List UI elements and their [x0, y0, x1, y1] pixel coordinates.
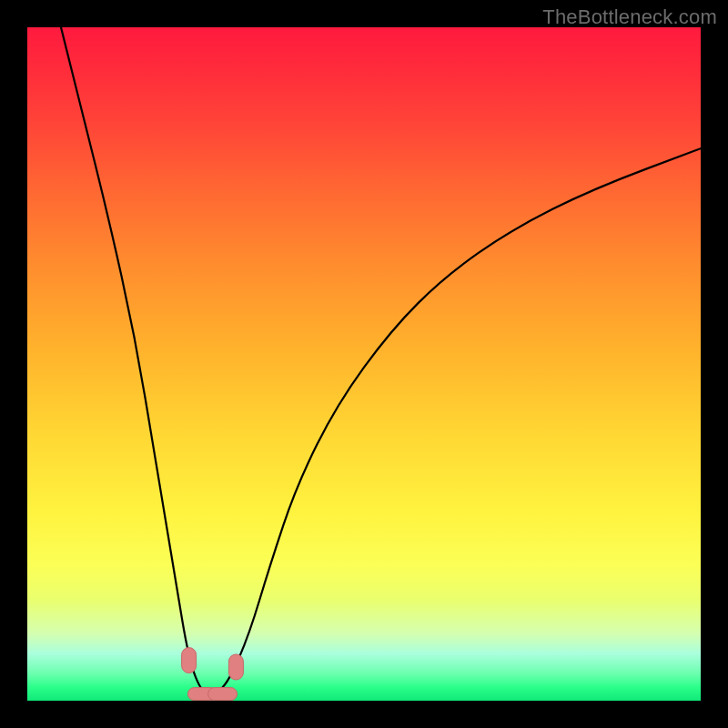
marker-left-shoulder — [182, 648, 197, 673]
curve-layer — [27, 27, 701, 701]
watermark-text: TheBottleneck.com — [542, 5, 717, 29]
chart-frame: TheBottleneck.com — [0, 0, 728, 728]
marker-right-shoulder — [228, 654, 243, 680]
bottleneck-curve — [61, 27, 701, 694]
plot-area — [27, 27, 701, 701]
marker-bottom-right — [208, 688, 238, 701]
marker-group — [182, 648, 244, 701]
